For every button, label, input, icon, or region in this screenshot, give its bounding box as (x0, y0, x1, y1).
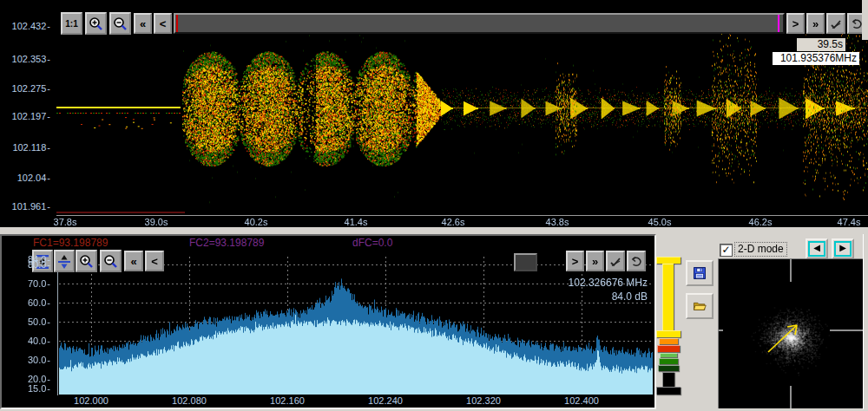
sp-ytick: 15.0 (0, 383, 50, 394)
scroll-far-right-button[interactable]: » (806, 13, 825, 34)
undo-arrow-icon (630, 256, 642, 268)
marker-line (56, 212, 185, 213)
colormap-segment[interactable] (658, 365, 679, 371)
dfc-readout: dFC=0.0 (352, 237, 392, 249)
wf-xtick: 40.2s (232, 217, 280, 227)
sp-ytick: 50.0 (0, 316, 50, 327)
sp-scroll-right-button[interactable]: > (566, 251, 584, 271)
fc2-readout: FC2=93.198789 (189, 237, 264, 249)
wf-xtick: 37.8s (41, 217, 89, 227)
colormap-segment[interactable] (662, 264, 674, 330)
sp-ytick: 70.0 (0, 278, 50, 289)
undo-arrow-icon (851, 18, 863, 30)
zoom-out-button[interactable] (109, 12, 131, 35)
apply-marker-button[interactable] (826, 13, 845, 34)
sp-scroll-left-button[interactable]: < (145, 251, 164, 271)
2d-constellation-view[interactable] (718, 258, 863, 408)
wf-xtick: 45.0s (635, 217, 684, 227)
wf-ytick: 102.432 (0, 21, 50, 31)
wf-x-axis (56, 215, 868, 216)
wf-ytick: 101.961 (0, 201, 50, 212)
spectrum-plot[interactable] (59, 250, 653, 395)
scroll-start-marker (176, 15, 178, 32)
wf-xtick: 39.0s (132, 217, 181, 227)
next-frame-button[interactable]: ▶ (832, 238, 854, 259)
wf-xtick: 41.4s (332, 217, 380, 227)
check-slash-icon (830, 18, 842, 30)
sp-xtick: 102.240 (361, 395, 410, 406)
colormap-segment[interactable] (656, 330, 681, 337)
sp-undo-button[interactable] (627, 251, 646, 271)
scale-center-button[interactable] (54, 250, 75, 272)
cursor-freq-badge: 101.935376MHz (773, 52, 859, 65)
sp-xtick: 102.320 (459, 395, 508, 406)
waterfall-scrollbar[interactable] (174, 13, 785, 34)
waterfall-plot[interactable] (56, 10, 868, 212)
zoom-in-button[interactable] (85, 12, 107, 35)
zoom-in-icon (89, 16, 103, 31)
zoom-out-icon (113, 16, 128, 31)
sp-scrollbar-thumb[interactable] (514, 253, 537, 271)
save-button[interactable] (686, 260, 713, 286)
scroll-left-button[interactable]: < (154, 13, 172, 34)
colormap-segment[interactable] (659, 358, 678, 364)
cursor-time-badge: 39.5s (797, 38, 845, 51)
wf-ytick: 102.353 (0, 54, 50, 64)
sp-zoom-in-button[interactable] (76, 250, 97, 272)
signal-analyzer-window: 1:1 « < > » 39.5s 101.93 (0, 0, 868, 411)
zoom-in-icon (79, 254, 94, 269)
right-arrow-icon: ▶ (834, 241, 852, 257)
sp-xtick: 102.080 (165, 395, 214, 406)
sp-marker-level-readout: 84.0 dB (486, 290, 648, 303)
prev-frame-button[interactable]: ◀ (806, 238, 828, 259)
sp-ytick: 60.0 (0, 297, 50, 308)
floppy-disk-icon (693, 264, 707, 282)
sp-ytick: 30.0 (0, 355, 50, 365)
colormap-segment[interactable] (660, 353, 677, 357)
scroll-end-marker (778, 15, 779, 32)
window-corner (862, 0, 868, 40)
sp-scroll-far-left-button[interactable]: « (124, 251, 143, 271)
colormap-segment[interactable] (657, 345, 680, 352)
wf-ytick: 102.197 (0, 111, 50, 121)
sp-xtick: 102.000 (67, 395, 115, 406)
2d-mode-label[interactable]: 2-D mode (734, 242, 787, 257)
sp-apply-marker-button[interactable] (606, 251, 625, 271)
sp-ytick: 80.0 (0, 259, 50, 270)
colormap-segment[interactable] (659, 338, 678, 344)
wf-ytick: 102.275 (0, 83, 50, 94)
center-vertical-icon (57, 254, 71, 270)
colormap-segment[interactable] (662, 372, 674, 387)
check-slash-icon (609, 256, 621, 268)
sp-y-axis (57, 257, 58, 395)
colormap-segment[interactable] (656, 257, 681, 264)
wf-xtick: 47.4s (825, 217, 868, 227)
zoom-out-icon (103, 254, 118, 269)
sp-scroll-far-right-button[interactable]: » (586, 251, 604, 271)
sp-zoom-out-button[interactable] (100, 250, 122, 272)
sp-ytick: 40.0 (0, 336, 50, 346)
left-arrow-icon: ◀ (808, 241, 825, 257)
2d-mode-checkbox[interactable]: ✓ (720, 244, 733, 257)
scroll-far-left-button[interactable]: « (134, 13, 152, 34)
sp-xtick: 102.400 (557, 395, 606, 406)
wf-xtick: 43.8s (533, 217, 582, 227)
scroll-right-button[interactable]: > (786, 13, 805, 34)
wf-xtick: 42.6s (429, 217, 477, 227)
fc1-readout: FC1=93.198789 (33, 237, 108, 249)
sp-marker-freq-readout: 102.326676 MHz (486, 277, 648, 289)
wf-ytick: 102.118 (0, 142, 50, 153)
wf-xtick: 46.2s (736, 217, 785, 227)
one-to-one-button[interactable]: 1:1 (61, 12, 82, 35)
open-file-button[interactable] (686, 293, 713, 319)
open-folder-icon (693, 298, 707, 314)
right-scroll-strip[interactable] (863, 234, 868, 409)
sp-xtick: 102.160 (263, 395, 312, 406)
colormap-segment[interactable] (656, 387, 681, 395)
wf-ytick: 102.04 (0, 173, 50, 183)
